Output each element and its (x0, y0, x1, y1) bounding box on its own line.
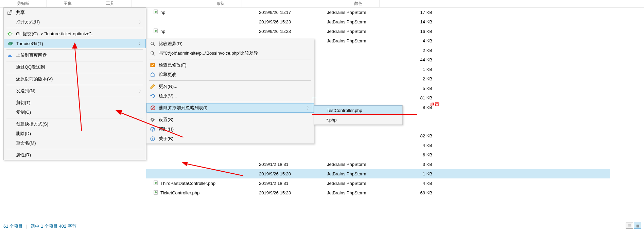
php-file-icon (153, 190, 158, 196)
status-selection: 选中 1 个项目 402 字节 (31, 223, 76, 229)
file-type: JetBrains PhpStorm (327, 10, 402, 15)
menu-label: TestController.php (327, 108, 362, 113)
file-size: 44 KB (402, 57, 432, 62)
menu-label: 更名(N)... (159, 83, 177, 90)
menu-ignore-file[interactable]: TestController.php (314, 106, 402, 115)
svg-point-8 (8, 33, 11, 35)
pencil-icon (149, 83, 156, 90)
view-large-icon[interactable]: ▦ (634, 223, 641, 229)
block-icon (150, 104, 156, 111)
file-type: JetBrains PhpStorm (327, 181, 402, 186)
help-icon: ? (149, 126, 156, 133)
file-size: 81 KB (402, 95, 432, 100)
menu-copy[interactable]: 复制(C) (4, 108, 146, 117)
file-row[interactable]: 2019/9/26 15:23JetBrains PhpStorm14 KB (146, 17, 610, 26)
menu-ignore-ext[interactable]: *.php (314, 115, 402, 124)
menu-label: 打开方式(H) (16, 19, 40, 25)
menu-label: TortoiseGit(T) (16, 41, 43, 46)
menu-del-ignore[interactable]: 删除并添加到忽略列表(I)〉 (146, 103, 314, 113)
chevron-right-icon: 〉 (139, 19, 143, 25)
file-row[interactable]: TicketController.php2019/9/26 15:23JetBr… (146, 188, 610, 197)
chevron-right-icon: 〉 (139, 88, 143, 94)
file-row[interactable]: 2019/1/2 18:31JetBrains PhpStorm3 KB (146, 159, 610, 169)
gear-icon (149, 116, 156, 123)
svg-point-3 (155, 30, 157, 32)
menu-shortcut[interactable]: 创建快捷方式(S) (4, 119, 146, 129)
svg-line-18 (152, 107, 154, 109)
view-details-icon[interactable]: ☰ (626, 223, 633, 229)
php-file-icon (153, 9, 158, 16)
file-size: 82 KB (402, 133, 432, 138)
file-row[interactable]: 6 KB (146, 150, 610, 159)
revert-icon (149, 93, 156, 99)
file-date: 2019/1/2 18:31 (259, 181, 327, 186)
menu-rename-git[interactable]: 更名(N)... (146, 82, 314, 91)
file-size: 6 KB (402, 152, 432, 157)
chevron-right-icon: 〉 (307, 105, 311, 111)
menu-label: *.php (326, 117, 336, 122)
file-type: JetBrains PhpStorm (327, 19, 402, 24)
menu-label: 还原(V)... (159, 93, 177, 99)
file-date: 2019/9/26 15:23 (259, 19, 327, 24)
file-size: 16 KB (402, 29, 432, 34)
ribbon-tabs: 剪贴板 图像 工具 形状 颜色 (0, 0, 644, 7)
menu-revert[interactable]: 还原(V)... (146, 91, 314, 101)
menu-upload-baidu[interactable]: 上传到百度网盘 (4, 51, 146, 60)
menu-send-to[interactable]: 发送到(N)〉 (4, 86, 146, 96)
file-row[interactable]: hp2019/9/26 15:23JetBrains PhpStorm16 KB (146, 26, 610, 36)
file-size: 14 KB (402, 19, 432, 24)
menu-open-with[interactable]: 打开方式(H)〉 (4, 17, 146, 27)
menu-label: 还原以前的版本(V) (16, 76, 53, 82)
svg-point-10 (11, 42, 13, 44)
menu-rename[interactable]: 重命名(M) (4, 138, 146, 148)
menu-label: 共享 (16, 9, 25, 16)
menu-label: 删除并添加到忽略列表(I) (159, 105, 207, 111)
file-size: 2 KB (402, 76, 432, 81)
menu-label: 帮助(H) (159, 126, 174, 132)
svg-point-11 (151, 42, 154, 45)
menu-settings[interactable]: 设置(S) (146, 115, 314, 124)
menu-about[interactable]: i关于(B) (146, 134, 314, 143)
tab-clipboard[interactable]: 剪贴板 (0, 0, 47, 7)
menu-help[interactable]: ?帮助(H) (146, 124, 314, 134)
menu-label: 重命名(M) (16, 140, 36, 146)
menu-diff[interactable]: 比较差异(D) (146, 39, 314, 49)
file-row[interactable]: 2019/9/26 15:20JetBrains PhpStorm1 KB (146, 169, 610, 178)
menu-label: 比较差异(D) (159, 41, 182, 47)
menu-send-qq[interactable]: 通过QQ发送到 (4, 62, 146, 72)
menu-label: 通过QQ发送到 (16, 64, 45, 70)
baidu-icon (6, 52, 13, 59)
file-date: 2019/9/26 15:17 (259, 10, 327, 15)
menu-diff-with[interactable]: 与"C:\job\admin-site\p...\BossInvoice.php… (146, 49, 314, 58)
menu-restore-prev[interactable]: 还原以前的版本(V) (4, 74, 146, 84)
menu-stash[interactable]: 贮藏更改 (146, 70, 314, 79)
context-menu-main: 共享 打开方式(H)〉 Git 提交(C) -> "feature-ticket… (3, 7, 146, 160)
file-date: 2019/9/26 15:23 (259, 29, 327, 34)
menu-delete[interactable]: 删除(D) (4, 129, 146, 138)
menu-git-commit[interactable]: Git 提交(C) -> "feature-ticket-optimize"..… (4, 29, 146, 39)
menu-label: 设置(S) (159, 117, 173, 123)
file-name: ThirdPartDataController.php (160, 181, 215, 186)
menu-label: 检查已修改(F) (159, 62, 187, 68)
file-size: 2 KB (402, 48, 432, 53)
menu-cut[interactable]: 剪切(T) (4, 98, 146, 108)
file-date: 2019/1/2 18:31 (259, 162, 327, 167)
menu-properties[interactable]: 属性(R) (4, 150, 146, 160)
file-size: 4 KB (402, 181, 432, 186)
tab-tools[interactable]: 工具 (89, 0, 132, 7)
file-row[interactable]: hp2019/9/26 15:17JetBrains PhpStorm17 KB (146, 7, 610, 17)
file-type: JetBrains PhpStorm (327, 29, 402, 34)
svg-line-12 (153, 44, 155, 46)
file-date: 2019/9/26 15:23 (259, 190, 327, 195)
diff-icon (149, 50, 156, 57)
menu-check-mod[interactable]: 检查已修改(F) (146, 60, 314, 70)
tab-image[interactable]: 图像 (47, 0, 89, 7)
menu-label: 关于(B) (159, 136, 173, 142)
file-row[interactable]: ThirdPartDataController.php2019/1/2 18:3… (146, 178, 610, 188)
stash-icon (149, 71, 156, 78)
menu-share[interactable]: 共享 (4, 8, 146, 17)
menu-tortoise-git[interactable]: TortoiseGit(T)〉 (4, 39, 146, 48)
tab-shapes[interactable]: 形状 (199, 0, 242, 7)
svg-text:i: i (152, 136, 153, 141)
tab-colors[interactable]: 颜色 (337, 0, 380, 7)
